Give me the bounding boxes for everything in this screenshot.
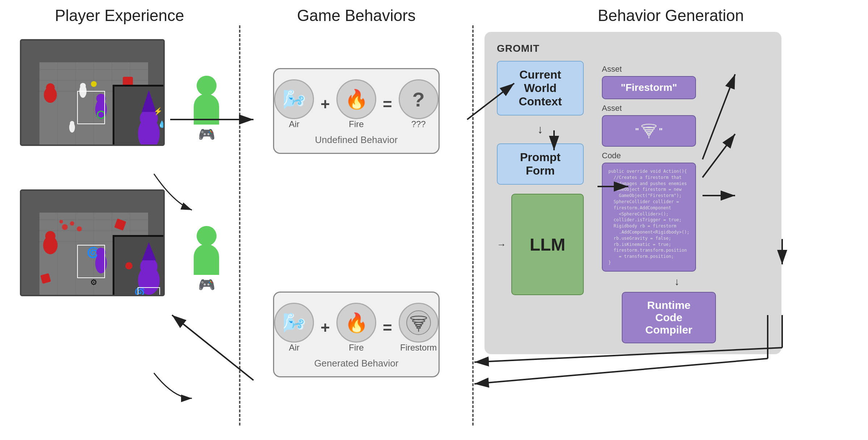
svg-point-98 — [647, 134, 650, 135]
gromit-box: GROMIT Current World Context ↓ Prompt Fo… — [485, 32, 781, 354]
player-head-top — [197, 76, 217, 96]
top-inset-scene: ⚡ 💧 — [113, 85, 165, 146]
player-experience-header: Player Experience — [55, 7, 184, 24]
equals-bottom: = — [383, 319, 392, 337]
plus-top: + — [320, 95, 330, 113]
air-label-top: Air — [274, 119, 314, 129]
svg-point-62 — [45, 231, 55, 241]
compiler-box: Runtime Code Compiler — [622, 292, 716, 343]
fire-circle-top: 🔥 — [336, 79, 376, 119]
llm-box: LLM — [511, 194, 584, 295]
svg-point-28 — [46, 83, 55, 92]
right-arrow-llm: → — [497, 239, 506, 250]
top-main-scene: ⚡ 💧 — [20, 39, 165, 146]
bottom-inset-scene: 🌀 💧 — [113, 235, 165, 296]
prompt-form-box: Prompt Form — [497, 143, 584, 185]
player-body-bottom — [194, 244, 219, 275]
air-circle-top: 🌬️ — [274, 79, 314, 119]
generated-equation: 🌬️ Air + 🔥 Fire = — [274, 303, 438, 353]
gromit-label: GROMIT — [497, 43, 769, 54]
undefined-behavior-box: 🌬️ Air + 🔥 Fire = ? ??? Undefined Behavi… — [273, 68, 440, 154]
fire-circle-bottom: 🔥 — [336, 303, 376, 343]
question-label: ??? — [399, 119, 439, 129]
asset-1-label: Asset — [602, 64, 716, 74]
undefined-behavior-title: Undefined Behavior — [315, 134, 398, 146]
top-player-section: ⚡ 💧 — [0, 32, 239, 146]
player-gamepad-top: 🎮 — [198, 126, 215, 142]
asset-2-label: Asset — [602, 104, 716, 113]
bottom-player-figure: 🎮 — [194, 226, 219, 293]
svg-text:⚡: ⚡ — [154, 107, 163, 116]
svg-point-33 — [80, 83, 86, 89]
equals-top: = — [383, 95, 392, 113]
svg-point-82 — [125, 262, 133, 269]
fire-label-bottom: Fire — [336, 343, 376, 353]
top-player-figure: 🎮 — [194, 76, 219, 142]
generated-behavior-title: Generated Behavior — [314, 358, 399, 369]
fire-label-top: Fire — [336, 119, 376, 129]
svg-point-79 — [140, 258, 158, 275]
player-experience-column: Player Experience — [0, 0, 239, 440]
game-behaviors-column: Game Behaviors 🌬️ Air + 🔥 Fire = — [240, 0, 472, 440]
compiler-text: Runtime Code Compiler — [645, 299, 692, 336]
svg-text:⚙: ⚙ — [90, 278, 97, 287]
code-label: Code — [602, 151, 716, 160]
firestorm-circle — [399, 303, 439, 343]
svg-point-65 — [59, 220, 63, 223]
firestorm-label: Firestorm — [399, 343, 439, 353]
undefined-behavior-section: 🌬️ Air + 🔥 Fire = ? ??? Undefined Behavi… — [273, 68, 440, 154]
prompt-form-text: Prompt Form — [520, 151, 561, 177]
generated-behavior-box: 🌬️ Air + 🔥 Fire = — [273, 292, 440, 377]
svg-rect-17 — [21, 41, 39, 146]
svg-text:💧: 💧 — [158, 120, 165, 128]
diagram-container: Player Experience — [0, 0, 868, 440]
plus-bottom: + — [320, 319, 330, 337]
top-player-panel: ⚡ 💧 — [20, 39, 219, 146]
asset-2-group: Asset " " — [602, 104, 716, 147]
behavior-generation-column: Behavior Generation GROMIT Current World… — [474, 0, 868, 440]
asset-1-group: Asset "Firestorm" — [602, 64, 716, 99]
bottom-player-panel: 🌀 ⚙ — [20, 189, 219, 296]
svg-point-38 — [70, 121, 74, 125]
asset-2-box: " " — [602, 115, 696, 147]
llm-text: LLM — [530, 235, 566, 255]
world-context-text: Current World Context — [519, 68, 562, 108]
svg-point-63 — [62, 224, 68, 230]
svg-text:🌀: 🌀 — [134, 286, 145, 296]
down-arrow-1: ↓ — [537, 123, 543, 136]
compiler-group: Runtime Code Compiler — [622, 292, 716, 343]
svg-point-66 — [77, 226, 82, 231]
svg-rect-51 — [21, 191, 39, 296]
player-gamepad-bottom: 🎮 — [198, 277, 215, 293]
question-circle: ? — [399, 79, 439, 119]
code-group: Code public override void Action(){ //Cr… — [602, 151, 716, 272]
svg-rect-16 — [21, 41, 165, 62]
asset-1-text: "Firestorm" — [621, 82, 677, 93]
code-box: public override void Action(){ //Creates… — [602, 163, 696, 272]
bottom-player-section: 🌀 ⚙ — [0, 182, 239, 296]
undefined-equation: 🌬️ Air + 🔥 Fire = ? ??? — [274, 79, 438, 129]
behavior-generation-header: Behavior Generation — [598, 7, 744, 24]
svg-rect-50 — [21, 191, 165, 213]
svg-point-64 — [70, 221, 74, 226]
asset-2-icon — [639, 121, 659, 141]
air-label-bottom: Air — [274, 343, 314, 353]
current-world-context-box: Current World Context — [497, 61, 584, 116]
player-body-top — [194, 94, 219, 125]
generated-behavior-section: 🌬️ Air + 🔥 Fire = — [273, 292, 440, 377]
player-head-bottom — [197, 226, 217, 246]
svg-text:💧: 💧 — [162, 271, 165, 278]
air-circle-bottom: 🌬️ — [274, 303, 314, 343]
svg-point-34 — [91, 81, 97, 87]
down-arrow-compiler: ↓ — [638, 276, 716, 288]
game-behaviors-header: Game Behaviors — [297, 7, 416, 24]
asset-1-box: "Firestorm" — [602, 76, 696, 99]
bottom-main-scene: 🌀 ⚙ — [20, 189, 165, 296]
